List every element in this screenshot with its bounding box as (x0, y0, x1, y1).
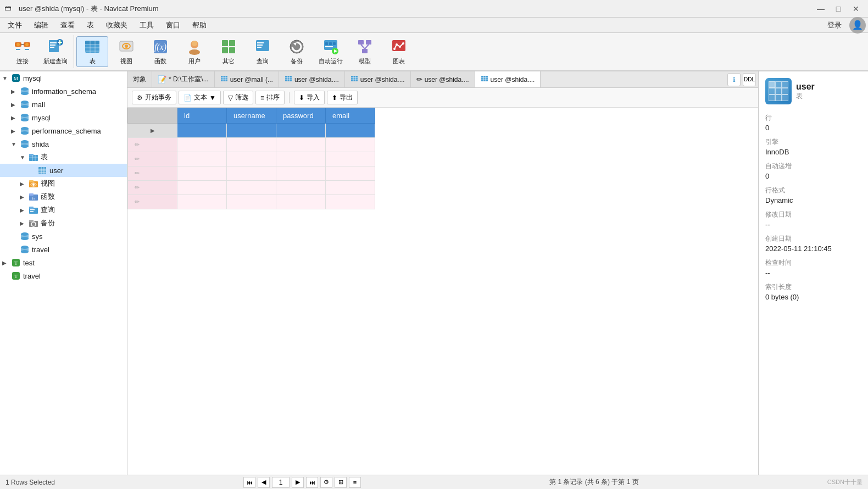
menu-file[interactable]: 文件 (2, 19, 27, 31)
tab-ddl-button[interactable]: DDL (743, 73, 756, 86)
sidebar-item-shida[interactable]: ▼ shida (0, 137, 127, 151)
toolbar-model-button[interactable]: 模型 (349, 36, 381, 67)
cell-password-1[interactable] (276, 124, 326, 138)
table-row[interactable]: ✏ (128, 138, 375, 152)
sidebar-item-mysql[interactable]: ▼ M mysql (0, 71, 127, 85)
sidebar-item-funcs-folder[interactable]: ▶ fx 函数 (0, 190, 127, 203)
cell-password-3[interactable] (276, 152, 326, 166)
login-button[interactable]: 登录 (821, 18, 848, 32)
col-id[interactable]: id (177, 108, 227, 124)
toolbar-query-button[interactable]: 查询 (247, 36, 279, 67)
tab-shida4[interactable]: user @shida.... (475, 71, 541, 88)
toolbar-backup-button[interactable]: 备份 (281, 36, 313, 67)
cell-username-2[interactable] (227, 138, 276, 152)
toolbar-new-query-button[interactable]: 新建查询 (40, 36, 71, 67)
sidebar-item-backup-folder[interactable]: ▶ 备份 (0, 216, 127, 230)
sidebar-item-user-table[interactable]: ▶ user (0, 164, 127, 177)
toolbar-chart-button[interactable]: 图表 (383, 36, 415, 67)
cell-id-2[interactable] (177, 138, 227, 152)
cell-id-3[interactable] (177, 152, 227, 166)
nav-grid-button[interactable]: ⊞ (335, 477, 347, 488)
cell-email-4[interactable] (326, 166, 375, 181)
sidebar-item-mysql-db[interactable]: ▶ mysql (0, 111, 127, 124)
cell-email-5[interactable] (326, 181, 375, 195)
toolbar-other-button[interactable]: 其它 (213, 36, 244, 67)
menu-table[interactable]: 表 (81, 19, 99, 31)
toolbar-user-button[interactable]: 用户 (179, 36, 210, 67)
cell-email-2[interactable] (326, 138, 375, 152)
toolbar-table-button[interactable]: 表 (76, 36, 108, 67)
menu-help[interactable]: 帮助 (187, 19, 212, 31)
cell-id-5[interactable] (177, 181, 227, 195)
maximize-button[interactable]: □ (831, 3, 846, 15)
col-password[interactable]: password (276, 108, 326, 124)
cell-username-1[interactable] (227, 124, 276, 138)
cell-password-4[interactable] (276, 166, 326, 181)
cell-id-1[interactable] (177, 124, 227, 138)
export-button[interactable]: ⬆ 导出 (327, 91, 358, 104)
table-row[interactable]: ✏ (128, 166, 375, 181)
cell-password-5[interactable] (276, 181, 326, 195)
cell-username-6[interactable] (227, 195, 276, 209)
cell-username-4[interactable] (227, 166, 276, 181)
cell-email-6[interactable] (326, 195, 375, 209)
menu-tools[interactable]: 工具 (134, 19, 159, 31)
begin-transaction-button[interactable]: ⚙ 开始事务 (132, 91, 176, 104)
table-row[interactable]: ✏ (128, 195, 375, 209)
sidebar-item-travel-db[interactable]: ▶ travel (0, 243, 127, 256)
cell-password-6[interactable] (276, 195, 326, 209)
sort-button[interactable]: ≡ 排序 (255, 91, 285, 104)
nav-last-button[interactable]: ⏭ (306, 477, 318, 488)
col-email[interactable]: email (326, 108, 375, 124)
toolbar-func-button[interactable]: f(x) 函数 (144, 36, 176, 67)
nav-list-button[interactable]: ≡ (349, 477, 361, 488)
nav-next-button[interactable]: ▶ (292, 477, 304, 488)
tab-object[interactable]: 对象 (127, 71, 152, 88)
nav-settings-button[interactable]: ⚙ (320, 477, 332, 488)
tab-shida2[interactable]: user @shida.... (345, 71, 411, 88)
sidebar-item-queries-folder[interactable]: ▶ 查询 (0, 203, 127, 216)
import-button[interactable]: ⬇ 导入 (294, 91, 325, 104)
sidebar-item-sys[interactable]: ▶ sys (0, 230, 127, 243)
cell-password-2[interactable] (276, 138, 326, 152)
tab-shida1[interactable]: user @shida.... (279, 71, 345, 88)
col-username[interactable]: username (227, 108, 276, 124)
sidebar-item-views-folder[interactable]: ▶ 视图 (0, 177, 127, 190)
cell-username-5[interactable] (227, 181, 276, 195)
toolbar-auto-button[interactable]: 自动运行 (315, 36, 347, 67)
cell-email-3[interactable] (326, 152, 375, 166)
sidebar-item-perf-schema[interactable]: ▶ performance_schema (0, 124, 127, 137)
table-row[interactable]: ▶ (128, 124, 375, 138)
nav-prev-button[interactable]: ◀ (258, 477, 270, 488)
user-avatar[interactable]: 👤 (849, 17, 866, 34)
sidebar-item-test[interactable]: ▶ T test (0, 256, 127, 269)
sidebar-item-mall[interactable]: ▶ mall (0, 98, 127, 111)
nav-first-button[interactable]: ⏮ (243, 477, 255, 488)
cell-id-4[interactable] (177, 166, 227, 181)
tab-bar: 对象 📝 * D:\工作室\... user @mall (... (127, 71, 758, 88)
cell-id-6[interactable] (177, 195, 227, 209)
minimize-button[interactable]: — (813, 3, 828, 15)
svg-rect-8 (50, 42, 57, 43)
menu-edit[interactable]: 编辑 (29, 19, 54, 31)
toolbar-connect-button[interactable]: 连接 (7, 36, 38, 67)
text-button[interactable]: 📄 文本 ▼ (179, 91, 221, 104)
cell-email-1[interactable] (326, 124, 375, 138)
table-row[interactable]: ✏ (128, 181, 375, 195)
tab-d-work[interactable]: 📝 * D:\工作室\... (152, 71, 215, 88)
sidebar-item-information-schema[interactable]: ▶ information_schema (0, 85, 127, 98)
tab-shida3[interactable]: ✏ user @shida.... (411, 71, 475, 88)
page-number-input[interactable] (272, 477, 290, 488)
cell-username-3[interactable] (227, 152, 276, 166)
filter-button[interactable]: ▽ 筛选 (223, 91, 253, 104)
tab-mall[interactable]: user @mall (... (215, 71, 279, 88)
menu-window[interactable]: 窗口 (160, 19, 186, 31)
table-row[interactable]: ✏ (128, 152, 375, 166)
sidebar-item-travel[interactable]: ▶ T travel (0, 269, 127, 282)
toolbar-view-button[interactable]: 视图 (110, 36, 142, 67)
menu-favorites[interactable]: 收藏夹 (101, 19, 133, 31)
tab-info-button[interactable]: ℹ (727, 73, 741, 86)
sidebar-item-tables-folder[interactable]: ▼ 表 (0, 151, 127, 164)
menu-view[interactable]: 查看 (55, 19, 80, 31)
close-button[interactable]: ✕ (848, 3, 864, 15)
